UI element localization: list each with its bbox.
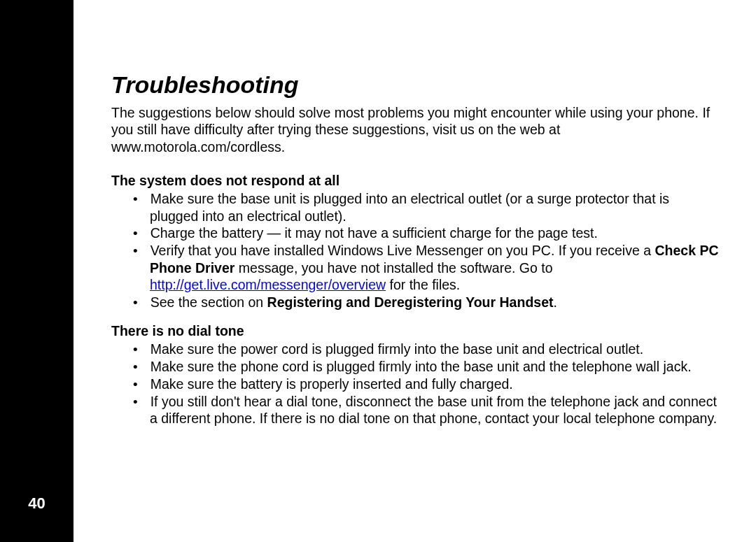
list-item: Make sure the phone cord is plugged firm… [111,358,721,376]
section2-title: There is no dial tone [111,323,721,339]
list-item: See the section on Registering and Dereg… [111,294,721,311]
list-item: Make sure the battery is properly insert… [111,376,721,393]
content-area: Troubleshooting The suggestions below sh… [74,0,756,542]
list-text: Make sure the base unit is plugged into … [150,191,669,224]
list-text: See the section on [150,294,267,310]
sidebar: T3150 User Guide 40 [0,0,74,542]
list-text: for the files. [386,277,460,292]
list-item: Make sure the base unit is plugged into … [111,190,721,224]
list-text: Make sure the battery is properly insert… [150,376,513,392]
section1-title: The system does not respond at all [111,173,721,189]
list-text: Charge the battery — it may not have a s… [150,225,598,241]
page-heading: Troubleshooting [111,71,721,99]
list-text: Make sure the phone cord is plugged firm… [150,359,692,374]
list-item: Verify that you have installed Windows L… [111,242,721,294]
list-item: Make sure the power cord is plugged firm… [111,341,721,358]
page-number: 40 [0,494,74,513]
list-text: . [553,294,556,310]
section2-list: Make sure the power cord is plugged firm… [111,341,721,427]
intro-paragraph: The suggestions below should solve most … [111,104,721,155]
bold-text: Registering and Deregistering Your Hands… [267,294,554,310]
list-text: Make sure the power cord is plugged firm… [150,341,644,357]
list-item: Charge the battery — it may not have a s… [111,224,721,242]
list-text: Verify that you have installed Windows L… [150,243,655,258]
list-item: If you still don't hear a dial tone, dis… [111,393,721,427]
link-text[interactable]: http://get.live.com/messenger/overview [150,277,386,292]
list-text: If you still don't hear a dial tone, dis… [150,394,717,427]
section1-list: Make sure the base unit is plugged into … [111,190,721,311]
list-text: message, you have not installed the soft… [234,260,552,276]
